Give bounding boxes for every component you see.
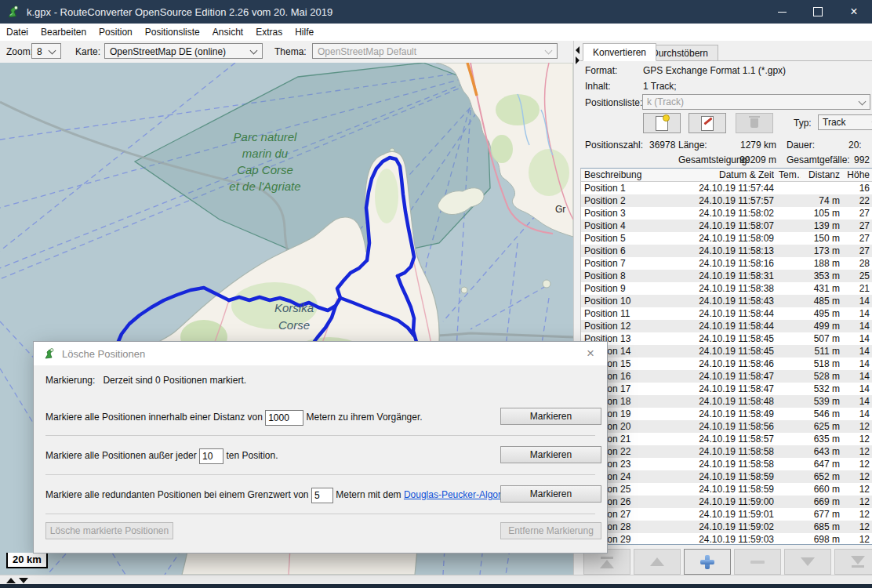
table-row[interactable]: Position 1624.10.19 11:58:47528 m14 [581,370,872,383]
type-select[interactable]: Track [818,114,872,130]
column-header[interactable]: Beschreibung [581,169,694,181]
dialog-title-bar[interactable]: Lösche Positionen × [34,342,607,365]
table-cell: 24.10.19 11:58:47 [694,383,774,395]
table-row[interactable]: Position 724.10.19 11:58:16188 m28 [581,257,872,270]
menu-item-datei[interactable]: Datei [0,24,35,41]
remove-marking-button: Entferne Markierung [500,522,601,539]
collapse-right-icon[interactable] [576,56,580,64]
table-cell: 647 m [801,458,840,470]
close-button[interactable]: × [836,0,872,24]
count-label: Positionszahl: [585,140,643,151]
menu-item-hilfe[interactable]: Hilfe [289,24,320,41]
table-row[interactable]: Position 2124.10.19 11:58:57635 m12 [581,433,872,445]
table-row[interactable]: Position 1224.10.19 11:58:44499 m14 [581,320,872,332]
table-cell [774,408,801,420]
table-cell: 14 [840,295,871,307]
maximize-button[interactable] [800,0,836,24]
menu-item-extras[interactable]: Extras [249,24,289,41]
format-label: Format: [585,65,617,76]
table-row[interactable]: Position 1524.10.19 11:58:46518 m14 [581,358,872,370]
zoom-select[interactable]: 8 [31,43,61,59]
table-cell: Position 5 [581,232,694,245]
table-row[interactable]: Position 2424.10.19 11:58:59652 m12 [581,470,872,483]
table-row[interactable]: Position 2824.10.19 11:59:02685 m12 [581,521,872,533]
table-cell: 27 [840,232,871,245]
rename-positionlist-button[interactable] [689,113,726,133]
column-header[interactable]: Höhe [840,169,871,181]
table-row[interactable]: Position 1424.10.19 11:58:45511 m14 [581,345,872,358]
title-bar: k.gpx - RouteConverter OpenSource Editio… [0,0,872,24]
table-row[interactable]: Position 1124.10.19 11:58:44495 m14 [581,307,872,320]
table-row[interactable]: Position 324.10.19 11:58:02105 m27 [581,207,872,220]
chevron-down-icon [250,47,258,55]
mark-by-distance-button[interactable]: Markieren [500,408,601,425]
table-cell: Position 4 [581,220,694,232]
table-row[interactable]: Position 2324.10.19 11:58:58647 m12 [581,458,872,470]
menu-item-positionsliste[interactable]: Positionsliste [139,24,206,41]
positions-table-header[interactable]: BeschreibungDatum & ZeitTem…DistanzHöhe [581,169,872,182]
table-cell: 546 m [801,408,840,420]
threshold-input[interactable] [311,488,333,503]
table-row[interactable]: Position 424.10.19 11:58:07139 m27 [581,220,872,232]
mark-redundant-button[interactable]: Markieren [500,485,601,503]
table-cell: 511 m [801,345,840,358]
table-cell: 14 [840,332,871,345]
column-header[interactable]: Distanz [801,169,840,181]
map-toolbar: Zoom: 8 Karte: OpenStreetMap DE (online)… [0,41,573,64]
table-cell: 24.10.19 11:59:03 [694,533,774,545]
dialog-close-button[interactable]: × [582,345,599,362]
table-row[interactable]: Position 924.10.19 11:58:38431 m21 [581,282,872,295]
table-cell [774,370,801,383]
table-row[interactable]: Position 2924.10.19 11:59:03698 m12 [581,533,872,545]
table-row[interactable]: Position 1924.10.19 11:58:49546 m14 [581,408,872,420]
new-positionlist-button[interactable] [643,113,681,133]
menu-item-bearbeiten[interactable]: Bearbeiten [35,24,93,41]
map-source-select[interactable]: OpenStreetMap DE (online) [104,43,263,59]
table-cell: 14 [840,320,871,332]
table-row[interactable]: Position 224.10.19 11:57:5774 m22 [581,194,872,207]
table-row[interactable]: Position 824.10.19 11:58:31353 m25 [581,270,872,282]
table-cell [774,521,801,533]
bottom-panel-splitter[interactable] [0,575,872,584]
table-row[interactable]: Position 124.10.19 11:57:4416 [581,182,872,194]
expand-up-icon[interactable] [6,578,16,583]
table-cell: 24.10.19 11:58:45 [694,332,774,345]
table-row[interactable]: Position 524.10.19 11:58:09150 m27 [581,232,872,245]
column-header[interactable]: Tem… [774,169,801,181]
table-row[interactable]: Position 624.10.19 11:58:13173 m27 [581,245,872,257]
table-cell: 24.10.19 11:58:44 [694,320,774,332]
table-row[interactable]: Position 2224.10.19 11:58:58643 m12 [581,445,872,458]
count-value: 36978 [649,140,675,151]
table-row[interactable]: Position 1724.10.19 11:58:47532 m14 [581,383,872,395]
menu-item-ansicht[interactable]: Ansicht [206,24,249,41]
table-cell [774,533,801,545]
nth-input[interactable] [199,448,223,464]
table-row[interactable]: Position 1824.10.19 11:58:48539 m14 [581,395,872,408]
positions-table[interactable]: BeschreibungDatum & ZeitTem…DistanzHöhe … [580,168,872,545]
table-row[interactable]: Position 2624.10.19 11:59:00669 m12 [581,495,872,508]
table-cell: 14 [840,370,871,383]
collapse-down-icon[interactable] [19,578,28,583]
type-label: Typ: [794,118,812,129]
table-row[interactable]: Position 2524.10.19 11:58:59660 m12 [581,483,872,495]
column-header[interactable]: Datum & Zeit [694,169,774,181]
mark-by-nth-button[interactable]: Markieren [500,446,601,463]
table-cell: Position 11 [581,307,694,320]
add-position-button[interactable] [684,549,731,575]
table-row[interactable]: Position 1324.10.19 11:58:45507 m14 [581,332,872,345]
collapse-left-icon[interactable] [576,46,580,54]
table-cell [774,508,801,521]
table-cell [774,194,801,207]
table-cell: 24.10.19 11:58:59 [694,470,774,483]
table-row[interactable]: Position 2724.10.19 11:59:01677 m12 [581,508,872,521]
table-row[interactable]: Position 2024.10.19 11:58:56625 m12 [581,420,872,433]
table-row[interactable]: Position 1024.10.19 11:58:43485 m14 [581,295,872,307]
table-cell [774,495,801,508]
table-cell: 27 [840,220,871,232]
distance-input[interactable] [265,410,303,426]
table-cell: 12 [840,495,871,508]
minimize-button[interactable] [764,0,800,24]
tab-konvertieren[interactable]: Konvertieren [583,43,656,61]
table-cell [774,395,801,408]
menu-item-position[interactable]: Position [93,24,139,41]
